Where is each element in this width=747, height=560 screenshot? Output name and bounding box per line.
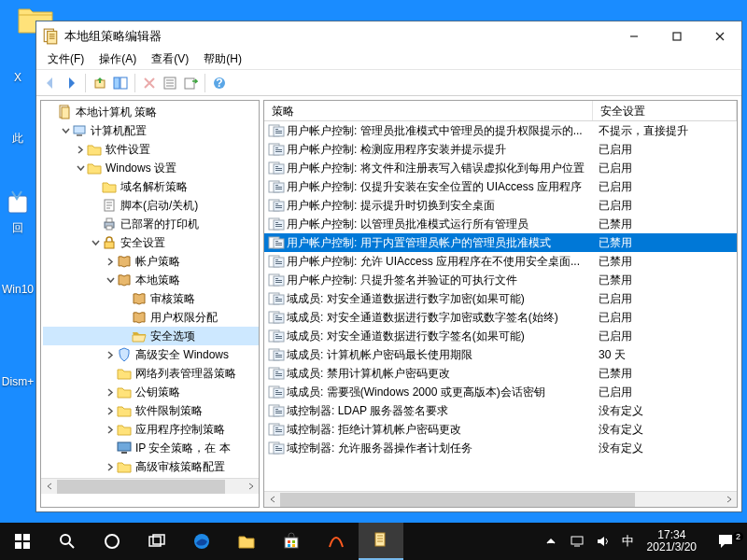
tree-item-local-policy[interactable]: 本地策略	[43, 271, 259, 289]
menu-view[interactable]: 查看(V)	[144, 49, 196, 69]
task-view-button[interactable]	[134, 523, 179, 560]
tray-overflow-icon[interactable]	[538, 534, 564, 549]
action-center-icon[interactable]: 2	[704, 533, 747, 550]
tree-item-audit[interactable]: 审核策略	[43, 289, 259, 308]
tree-item-public-key[interactable]: 公钥策略	[43, 383, 259, 401]
policy-row[interactable]: 用户帐户控制: 将文件和注册表写入错误虚拟化到每用户位置已启用	[264, 159, 737, 177]
tree-item-printers[interactable]: 已部署的打印机	[43, 215, 259, 233]
store-icon[interactable]	[269, 523, 314, 560]
forward-button[interactable]	[63, 75, 79, 91]
edge-icon[interactable]	[179, 523, 224, 560]
export-button[interactable]	[182, 75, 199, 91]
policy-row[interactable]: 域成员: 对安全通道数据进行数字加密或数字签名(始终)已启用	[264, 308, 737, 327]
policy-row[interactable]: 域控制器: 拒绝计算机帐户密码更改没有定义	[264, 420, 737, 439]
svg-rect-103	[275, 390, 278, 391]
policy-row[interactable]: 用户帐户控制: 仅提升安装在安全位置的 UIAccess 应用程序已启用	[264, 177, 737, 196]
policy-row[interactable]: 域控制器: LDAP 服务器签名要求没有定义	[264, 401, 737, 420]
tree-pane[interactable]: 本地计算机 策略计算机配置软件设置Windows 设置域名解析策略脚本(启动/关…	[40, 100, 260, 508]
policy-row[interactable]: 用户帐户控制: 提示提升时切换到安全桌面已启用	[264, 196, 737, 215]
policy-row[interactable]: 用户帐户控制: 检测应用程序安装并提示提升已启用	[264, 140, 737, 159]
expand-icon[interactable]	[75, 144, 86, 155]
column-policy[interactable]: 策略	[264, 101, 593, 120]
back-button[interactable]	[42, 75, 59, 91]
desktop-icon[interactable]: 此	[0, 123, 35, 183]
menu-action[interactable]: 操作(A)	[92, 49, 144, 69]
policy-row[interactable]: 用户帐户控制: 管理员批准模式中管理员的提升权限提示的...不提示，直接提升	[264, 121, 737, 140]
minimize-button[interactable]	[613, 22, 655, 50]
policy-row[interactable]: 域成员: 对安全通道数据进行数字加密(如果可能)已启用	[264, 289, 737, 308]
policy-name: 域成员: 需要强(Windows 2000 或更高版本)会话密钥	[287, 385, 545, 400]
tree-item-security[interactable]: 安全设置	[43, 233, 259, 252]
tree-item-security-options[interactable]: 安全选项	[43, 327, 259, 345]
delete-button[interactable]	[141, 75, 158, 91]
properties-button[interactable]	[162, 75, 178, 91]
network-icon[interactable]	[564, 534, 590, 549]
collapse-icon[interactable]	[75, 162, 86, 174]
policy-row[interactable]: 域成员: 需要强(Windows 2000 或更高版本)会话密钥已启用	[264, 383, 737, 401]
policy-row[interactable]: 域成员: 计算机帐户密码最长使用期限30 天	[264, 345, 737, 364]
list-pane: 策略 安全设置 用户帐户控制: 管理员批准模式中管理员的提升权限提示的...不提…	[263, 100, 738, 508]
desktop-icon[interactable]: Dism+	[0, 368, 35, 427]
policy-row[interactable]: 用户帐户控制: 以管理员批准模式运行所有管理员已禁用	[264, 215, 737, 233]
tree-item-user-rights[interactable]: 用户权限分配	[43, 308, 259, 327]
column-setting[interactable]: 安全设置	[593, 101, 737, 120]
expand-icon[interactable]	[105, 461, 116, 472]
app-icon[interactable]	[314, 523, 359, 560]
close-button[interactable]	[698, 22, 741, 50]
show-hide-tree-button[interactable]	[112, 75, 129, 91]
expand-icon[interactable]	[105, 349, 116, 360]
tree-item-computer-config[interactable]: 计算机配置	[43, 121, 259, 140]
policy-row[interactable]: 用户帐户控制: 只提升签名并验证的可执行文件已禁用	[264, 271, 737, 289]
svg-rect-120	[275, 450, 282, 451]
tree-item-app-control[interactable]: 应用程序控制策略	[43, 420, 259, 439]
svg-rect-85	[275, 319, 282, 320]
tree-item-software-restriction[interactable]: 软件限制策略	[43, 401, 259, 420]
tree-hscrollbar[interactable]	[41, 478, 259, 494]
maximize-button[interactable]	[655, 22, 698, 50]
collapse-icon[interactable]	[90, 237, 101, 248]
cortana-button[interactable]	[90, 523, 134, 560]
policy-row[interactable]: 域成员: 禁用计算机帐户密码更改已禁用	[264, 364, 737, 383]
search-button[interactable]	[45, 523, 90, 560]
security-icon	[102, 235, 117, 250]
tree-item-adv-firewall[interactable]: 高级安全 Windows	[43, 345, 259, 364]
volume-icon[interactable]	[590, 534, 616, 549]
list-hscrollbar[interactable]	[264, 491, 737, 507]
ime-indicator[interactable]: 中	[616, 533, 640, 550]
menu-file[interactable]: 文件(F)	[40, 49, 92, 69]
tree-item-adv-audit[interactable]: 高级审核策略配置	[43, 457, 259, 476]
svg-rect-123	[15, 542, 21, 549]
help-button[interactable]: ?	[211, 75, 228, 91]
policy-row[interactable]: 用户帐户控制: 允许 UIAccess 应用程序在不使用安全桌面...已禁用	[264, 252, 737, 271]
tree-item-dns[interactable]: 域名解析策略	[43, 177, 259, 196]
collapse-icon[interactable]	[60, 125, 71, 136]
policy-row[interactable]: 域成员: 对安全通道数据进行数字签名(如果可能)已启用	[264, 327, 737, 345]
clock[interactable]: 17:34 2021/3/20	[640, 529, 704, 553]
tree-item-windows-settings[interactable]: Windows 设置	[43, 159, 259, 177]
desktop-icon[interactable]: 回	[0, 183, 35, 243]
menu-help[interactable]: 帮助(H)	[196, 49, 249, 69]
expand-icon[interactable]	[105, 424, 116, 435]
expand-icon[interactable]	[105, 405, 116, 416]
tree-item-software[interactable]: 软件设置	[43, 140, 259, 159]
up-button[interactable]	[92, 75, 108, 91]
policy-row[interactable]: 域控制器: 允许服务器操作者计划任务没有定义	[264, 439, 737, 457]
tree-item-ipsec[interactable]: IP 安全策略，在 本	[43, 439, 259, 457]
tree-item-root[interactable]: 本地计算机 策略	[43, 103, 259, 121]
desktop-icon[interactable]: X	[0, 63, 35, 123]
collapse-icon[interactable]	[105, 274, 116, 286]
file-explorer-icon[interactable]	[224, 523, 269, 560]
start-button[interactable]	[0, 523, 45, 560]
tree-item-scripts[interactable]: 脚本(启动/关机)	[43, 196, 259, 215]
gpedit-taskbar-icon[interactable]	[359, 523, 403, 560]
tree-item-network-list[interactable]: 网络列表管理器策略	[43, 364, 259, 383]
expand-icon[interactable]	[105, 256, 116, 267]
svg-rect-43	[275, 166, 278, 167]
svg-rect-93	[275, 353, 278, 354]
desktop-icon[interactable]: Win10	[0, 275, 35, 335]
expand-icon[interactable]	[105, 386, 116, 398]
tree-item-account-policy[interactable]: 帐户策略	[43, 252, 259, 271]
policy-row[interactable]: 用户帐户控制: 用于内置管理员帐户的管理员批准模式已禁用	[264, 233, 737, 252]
svg-rect-69	[275, 261, 282, 262]
list-body[interactable]: 用户帐户控制: 管理员批准模式中管理员的提升权限提示的...不提示，直接提升用户…	[264, 121, 737, 491]
